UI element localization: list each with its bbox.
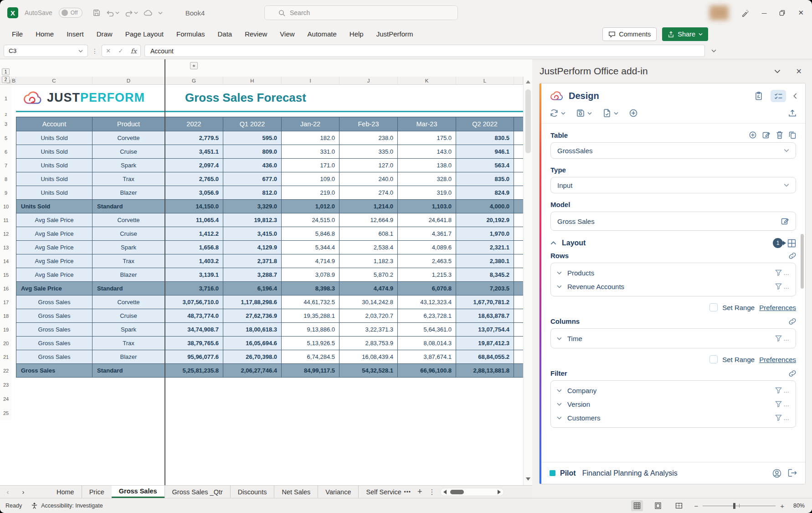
- value-cell[interactable]: 319.0: [398, 186, 456, 200]
- more-options-icon[interactable]: …: [783, 415, 790, 421]
- value-cell[interactable]: 4,474.9: [339, 282, 398, 295]
- value-cell[interactable]: 6,070.8: [398, 282, 456, 295]
- value-cell[interactable]: 2,88,13,881.8: [456, 364, 514, 378]
- value-cell[interactable]: 3,451.1: [165, 145, 223, 159]
- horizontal-scrollbar-thumb[interactable]: [450, 490, 464, 494]
- copy-table-icon[interactable]: [789, 131, 796, 139]
- value-cell[interactable]: 8,398.3: [282, 282, 339, 295]
- ribbon-tab-insert[interactable]: Insert: [60, 26, 90, 43]
- value-cell[interactable]: 19,812.3: [223, 213, 282, 227]
- value-cell[interactable]: 1,970.0: [456, 227, 514, 241]
- value-cell[interactable]: 2,371.8: [223, 254, 282, 268]
- account-cell[interactable]: Units Sold: [16, 159, 93, 172]
- column-header-h[interactable]: H: [223, 77, 282, 84]
- value-cell[interactable]: 595.0: [223, 131, 282, 145]
- account-cell[interactable]: Units Sold: [16, 186, 93, 200]
- account-cell[interactable]: Units Sold: [16, 145, 93, 159]
- value-cell[interactable]: 238.0: [339, 131, 398, 145]
- value-cell[interactable]: 175.0: [398, 131, 456, 145]
- vertical-scrollbar-thumb[interactable]: [525, 89, 531, 153]
- value-cell[interactable]: 1,214.0: [339, 200, 398, 213]
- product-cell[interactable]: Blazer: [93, 268, 165, 282]
- clipboard-icon[interactable]: [754, 91, 763, 101]
- value-cell[interactable]: 274.0: [339, 186, 398, 200]
- sheet-tab-variance[interactable]: Variance: [318, 486, 358, 498]
- ribbon-tab-draw[interactable]: Draw: [90, 26, 119, 43]
- value-cell[interactable]: 8,08,014.3: [398, 337, 456, 350]
- save-button[interactable]: [93, 9, 101, 17]
- ribbon-tab-file[interactable]: File: [5, 26, 29, 43]
- value-cell[interactable]: 1,215.3: [398, 268, 456, 282]
- chevron-down-icon[interactable]: [587, 112, 592, 115]
- value-cell[interactable]: 54,32,528.1: [339, 364, 398, 378]
- row-header[interactable]: 15: [0, 268, 12, 282]
- account-cell[interactable]: Units Sold: [16, 200, 93, 213]
- value-cell[interactable]: 3,329.0: [223, 200, 282, 213]
- filter-funnel-icon[interactable]: [775, 335, 782, 342]
- normal-view-button[interactable]: [631, 500, 643, 511]
- value-cell[interactable]: 20,192.9: [456, 213, 514, 227]
- cancel-icon[interactable]: ✕: [106, 47, 111, 54]
- set-range-checkbox[interactable]: [709, 303, 718, 311]
- value-cell[interactable]: 219.0: [282, 186, 339, 200]
- header-account[interactable]: Account: [16, 117, 93, 131]
- value-cell[interactable]: 9,13,886.0: [282, 323, 339, 337]
- product-cell[interactable]: Corvette: [93, 213, 165, 227]
- value-cell[interactable]: 171.0: [282, 159, 339, 172]
- header-product[interactable]: Product: [93, 117, 165, 131]
- value-cell[interactable]: 835.0: [456, 172, 514, 186]
- value-cell[interactable]: 5,870.2: [339, 268, 398, 282]
- undo-button[interactable]: [106, 10, 119, 16]
- link-icon[interactable]: [789, 252, 796, 259]
- filter-dimension-customers[interactable]: Customers …: [551, 411, 796, 425]
- redo-button[interactable]: [125, 10, 138, 16]
- value-cell[interactable]: 44,61,732.5: [282, 295, 339, 309]
- value-cell[interactable]: 4,361.7: [398, 227, 456, 241]
- product-cell[interactable]: Spark: [93, 241, 165, 254]
- value-cell[interactable]: 7,203.5: [456, 282, 514, 295]
- more-options-icon[interactable]: …: [783, 269, 790, 276]
- scroll-right-icon[interactable]: [498, 490, 501, 494]
- value-cell[interactable]: 2,380.1: [456, 254, 514, 268]
- value-cell[interactable]: 4,089.6: [398, 241, 456, 254]
- ribbon-tab-automate[interactable]: Automate: [301, 26, 343, 43]
- minimize-button[interactable]: ─: [762, 9, 767, 17]
- value-cell[interactable]: 1,412.2: [165, 227, 223, 241]
- row-header[interactable]: 1: [0, 85, 12, 112]
- zoom-level[interactable]: 80%: [793, 503, 805, 509]
- empty-cell[interactable]: [12, 406, 523, 420]
- row-header[interactable]: 16: [0, 282, 12, 295]
- row-header[interactable]: 2: [0, 112, 12, 117]
- ribbon-tab-data[interactable]: Data: [211, 26, 238, 43]
- restore-button[interactable]: [779, 10, 785, 16]
- header-q2-2022[interactable]: Q2 2022: [456, 117, 514, 131]
- value-cell[interactable]: 2,03,720.7: [339, 309, 398, 323]
- account-cell[interactable]: Gross Sales: [16, 323, 93, 337]
- sheet-nav-next-icon[interactable]: ›: [15, 486, 31, 498]
- add-table-icon[interactable]: [749, 131, 757, 139]
- value-cell[interactable]: 19,87,412.3: [456, 337, 514, 350]
- zoom-slider[interactable]: [703, 503, 776, 509]
- scroll-left-icon[interactable]: [443, 490, 447, 494]
- ribbon-tab-page-layout[interactable]: Page Layout: [119, 26, 170, 43]
- value-cell[interactable]: 1,012.0: [282, 200, 339, 213]
- row-header[interactable]: 7: [0, 159, 12, 172]
- product-cell[interactable]: Cruise: [93, 145, 165, 159]
- value-cell[interactable]: 16,05,694.6: [223, 337, 282, 350]
- collapse-pane-chevron-icon[interactable]: [793, 93, 797, 99]
- sheet-tab-self-service[interactable]: Self Service: [358, 486, 402, 498]
- edit-model-icon[interactable]: [781, 217, 789, 225]
- filter-dimension-version[interactable]: Version …: [551, 397, 796, 411]
- account-cell[interactable]: Avg Sale Price: [16, 213, 93, 227]
- column-header-g[interactable]: G: [165, 77, 223, 84]
- value-cell[interactable]: 4,129.9: [223, 241, 282, 254]
- panel-scrollbar-thumb[interactable]: [801, 234, 804, 289]
- outline-level-1-button[interactable]: 1: [2, 68, 10, 75]
- value-cell[interactable]: 127.0: [339, 159, 398, 172]
- row-header[interactable]: 6: [0, 145, 12, 159]
- product-cell[interactable]: Corvette: [93, 295, 165, 309]
- filter-funnel-icon[interactable]: [775, 401, 782, 407]
- excel-app-icon[interactable]: X: [7, 7, 18, 18]
- pane-options-chevron-icon[interactable]: [774, 69, 781, 73]
- more-options-icon[interactable]: …: [783, 387, 790, 394]
